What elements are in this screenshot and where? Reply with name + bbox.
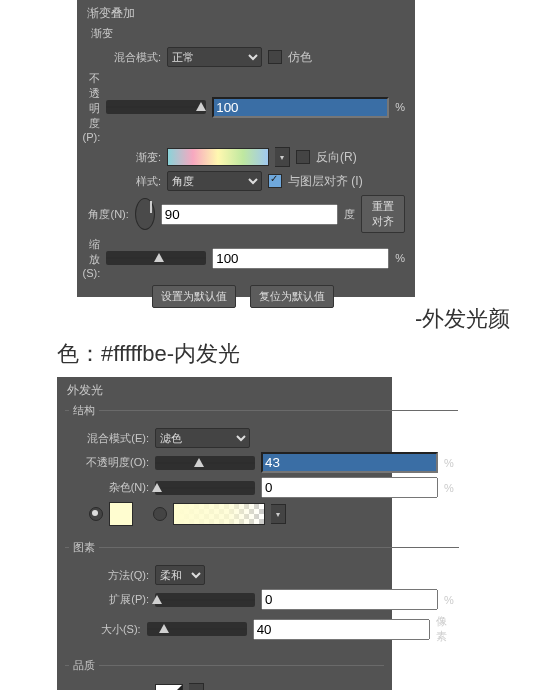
opacity-unit: % — [395, 101, 405, 113]
scale-label: 缩放(S): — [81, 237, 100, 279]
align-layer-label: 与图层对齐 (I) — [288, 173, 363, 190]
gradient-radio[interactable] — [153, 507, 167, 521]
align-layer-checkbox[interactable] — [268, 174, 282, 188]
quality-legend: 品质 — [69, 658, 99, 673]
opacity-input[interactable] — [212, 97, 389, 118]
angle-label: 角度(N): — [81, 207, 129, 222]
opacity-slider2[interactable] — [155, 456, 255, 470]
scale-unit: % — [395, 252, 405, 264]
angle-dial[interactable] — [135, 198, 155, 230]
style-select[interactable]: 角度 — [167, 171, 262, 191]
dither-checkbox[interactable] — [268, 50, 282, 64]
panel-title: 渐变叠加 — [77, 0, 415, 24]
glow-gradient-preview[interactable] — [173, 503, 265, 525]
scale-slider[interactable] — [106, 251, 206, 265]
elements-legend: 图素 — [69, 540, 99, 555]
panel2-title: 外发光 — [57, 377, 392, 401]
opacity-input2[interactable] — [261, 452, 438, 473]
blend-mode-select2[interactable]: 滤色 — [155, 428, 250, 448]
reset-align-button[interactable]: 重置对齐 — [361, 195, 405, 233]
spread-input[interactable] — [261, 589, 438, 610]
reverse-label: 反向(R) — [316, 149, 357, 166]
size-label: 大小(S): — [69, 622, 141, 637]
size-input[interactable] — [253, 619, 430, 640]
reverse-checkbox[interactable] — [296, 150, 310, 164]
gradient-dropdown-icon[interactable]: ▾ — [275, 147, 290, 167]
method-label: 方法(Q): — [69, 568, 149, 583]
color-radio[interactable] — [89, 507, 103, 521]
caption-text: -外发光颜 色：#fffffbe-内发光 — [0, 297, 551, 377]
scale-input[interactable] — [212, 248, 389, 269]
blend-mode-label: 混合模式: — [81, 50, 161, 65]
spread-slider[interactable] — [155, 593, 255, 607]
quality-fieldset: 品质 等高线: ▾ 消除锯齿(L) 范围(R): 抖动(J): — [65, 658, 384, 690]
gradient-overlay-panel: 渐变叠加 渐变 混合模式: 正常 仿色 不透明度(P): % 渐变: ▾ 反向(… — [77, 0, 415, 297]
opacity-unit2: % — [444, 457, 454, 469]
set-default-button[interactable]: 设置为默认值 — [152, 285, 236, 308]
color-swatch[interactable] — [109, 502, 133, 526]
dither-label: 仿色 — [288, 49, 312, 66]
size-unit: 像素 — [436, 614, 455, 644]
outer-glow-panel: 外发光 结构 混合模式(E): 滤色 不透明度(O): % 杂色(N): % ▾ — [57, 377, 392, 690]
caption-part2: 色：#fffffbe-内发光 — [57, 336, 551, 371]
noise-slider[interactable] — [155, 481, 255, 495]
blend-mode-select[interactable]: 正常 — [167, 47, 262, 67]
reset-default-button[interactable]: 复位为默认值 — [250, 285, 334, 308]
spread-label: 扩展(P): — [69, 592, 149, 607]
gradient-subtitle: 渐变 — [77, 24, 415, 43]
opacity-label2: 不透明度(O): — [69, 455, 149, 470]
elements-fieldset: 图素 方法(Q): 柔和 扩展(P): % 大小(S): 像素 — [65, 540, 459, 652]
blend-mode-label2: 混合模式(E): — [69, 431, 149, 446]
size-slider[interactable] — [147, 622, 247, 636]
glow-gradient-dropdown-icon[interactable]: ▾ — [271, 504, 286, 524]
noise-label: 杂色(N): — [69, 480, 149, 495]
contour-dropdown-icon[interactable]: ▾ — [189, 683, 204, 690]
opacity-slider[interactable] — [106, 100, 206, 114]
method-select[interactable]: 柔和 — [155, 565, 205, 585]
opacity-label: 不透明度(P): — [81, 71, 100, 143]
caption-part1: -外发光颜 — [415, 306, 510, 331]
angle-input[interactable] — [161, 204, 338, 225]
structure-fieldset: 结构 混合模式(E): 滤色 不透明度(O): % 杂色(N): % ▾ — [65, 403, 458, 534]
contour-preview[interactable] — [155, 684, 183, 690]
gradient-label: 渐变: — [81, 150, 161, 165]
style-label: 样式: — [81, 174, 161, 189]
spread-unit: % — [444, 594, 454, 606]
noise-unit: % — [444, 482, 454, 494]
structure-legend: 结构 — [69, 403, 99, 418]
angle-unit: 度 — [344, 207, 355, 222]
noise-input[interactable] — [261, 477, 438, 498]
gradient-preview[interactable] — [167, 148, 269, 166]
